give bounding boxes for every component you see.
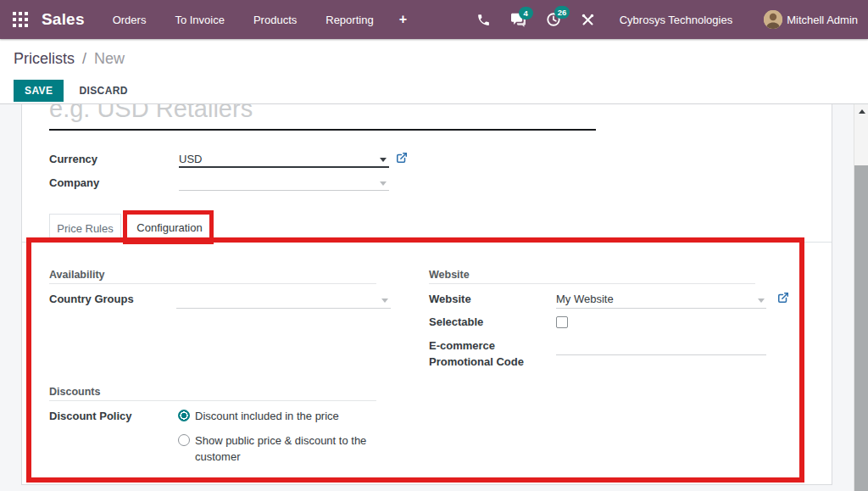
country-groups-label: Country Groups <box>49 293 134 305</box>
tab-bottom-border <box>22 242 832 243</box>
external-link-svg <box>777 292 789 304</box>
ecommerce-label-line2: Promotional Code <box>429 355 524 368</box>
radio-discount-included[interactable] <box>178 410 190 421</box>
tools-wrench-icon-svg <box>581 13 595 27</box>
radio-show-public-price-label[interactable]: Show public price & discount to the cust… <box>195 432 370 465</box>
save-button[interactable]: SAVE <box>14 80 64 102</box>
promo-code-underline <box>556 354 766 355</box>
country-groups-underline <box>176 308 391 309</box>
form-sheet: e.g. USD Retailers Currency USD Company … <box>21 104 832 485</box>
website-value[interactable]: My Website <box>556 293 614 305</box>
activities-icon[interactable]: 26 <box>546 12 561 27</box>
website-group-divider <box>429 283 755 284</box>
website-group-title: Website <box>429 269 470 281</box>
selectable-label: Selectable <box>429 315 483 328</box>
availability-group-divider <box>49 283 376 284</box>
action-buttons: SAVE DISCARD <box>14 80 130 102</box>
messages-icon[interactable]: 4 <box>510 13 526 27</box>
company-caret-down-icon[interactable] <box>380 181 387 186</box>
tab-price-rules[interactable]: Price Rules <box>49 214 121 243</box>
tab-configuration[interactable]: Configuration <box>125 214 214 243</box>
apps-grid-icon-svg <box>13 12 28 27</box>
currency-underline <box>179 166 389 168</box>
discounts-group-title: Discounts <box>49 386 100 398</box>
user-menu[interactable]: Mitchell Admin <box>764 10 858 29</box>
discard-button[interactable]: DISCARD <box>77 80 129 102</box>
apps-grid-icon[interactable] <box>12 11 29 28</box>
website-external-link-icon[interactable] <box>777 292 789 304</box>
app-name[interactable]: Sales <box>42 10 85 29</box>
radio-discount-included-label[interactable]: Discount included in the price <box>195 408 339 424</box>
website-label: Website <box>429 293 471 305</box>
company-label: Company <box>49 176 99 189</box>
currency-caret-down-icon[interactable] <box>380 158 387 162</box>
top-navbar: Sales Orders To Invoice Products Reporti… <box>0 0 868 39</box>
scrollbar-thumb[interactable] <box>854 165 868 491</box>
currency-value[interactable]: USD <box>179 153 202 165</box>
plus-menu-icon[interactable]: + <box>399 12 407 27</box>
company-switcher[interactable]: Cybrosys Technologies <box>620 14 732 26</box>
menu-reporting[interactable]: Reporting <box>326 14 373 26</box>
user-name: Mitchell Admin <box>787 14 858 26</box>
breadcrumb-separator: / <box>82 50 86 67</box>
website-underline <box>556 308 766 309</box>
activities-badge: 26 <box>554 6 570 19</box>
main-menu: Orders To Invoice Products Reporting <box>113 14 374 26</box>
messages-badge: 4 <box>519 7 533 20</box>
control-panel: Pricelists / New SAVE DISCARD <box>0 39 868 104</box>
phone-icon[interactable] <box>476 13 491 27</box>
website-caret-down-icon[interactable] <box>758 299 765 303</box>
vertical-scrollbar[interactable] <box>854 104 868 491</box>
currency-label: Currency <box>49 153 97 165</box>
availability-group-title: Availability <box>49 269 105 281</box>
company-underline <box>179 190 389 191</box>
page: Sales Orders To Invoice Products Reporti… <box>0 0 868 491</box>
navbar-right: 4 26 Cybrosys Technolog <box>476 0 858 39</box>
breadcrumb: Pricelists / New <box>14 50 125 68</box>
breadcrumb-pricelists[interactable]: Pricelists <box>14 50 75 67</box>
external-link-svg <box>396 152 408 164</box>
radio-show-public-price[interactable] <box>178 434 190 446</box>
scroll-up-arrow-icon[interactable] <box>854 104 868 119</box>
menu-to-invoice[interactable]: To Invoice <box>175 14 225 26</box>
ecommerce-label-line1: E-commerce <box>429 339 495 352</box>
tools-icon[interactable] <box>581 13 595 27</box>
discount-policy-label: Discount Policy <box>49 410 132 422</box>
menu-products[interactable]: Products <box>253 14 297 26</box>
pricelist-name-underline <box>49 129 596 131</box>
phone-icon-svg <box>476 13 491 27</box>
user-avatar <box>764 10 782 29</box>
pricelist-name-input[interactable]: e.g. USD Retailers <box>49 104 253 123</box>
currency-external-link-icon[interactable] <box>396 152 408 164</box>
selectable-checkbox[interactable] <box>556 316 568 328</box>
breadcrumb-new: New <box>94 50 125 67</box>
avatar-svg <box>764 10 782 29</box>
menu-orders[interactable]: Orders <box>113 14 147 26</box>
discounts-group-divider <box>49 400 376 401</box>
country-groups-caret-down-icon[interactable] <box>381 299 388 303</box>
navbar-left: Sales Orders To Invoice Products Reporti… <box>0 10 407 29</box>
